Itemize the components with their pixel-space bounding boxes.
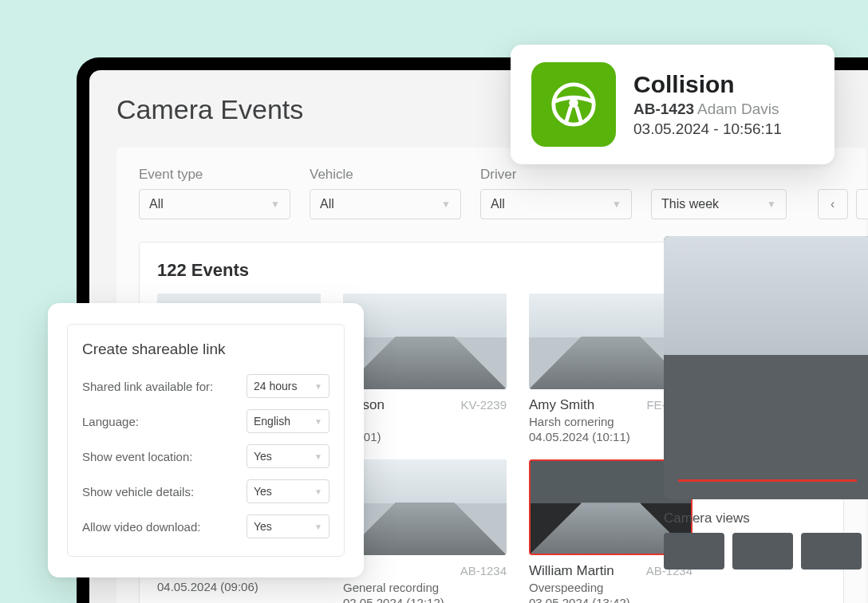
filter-bar: Event type All▼ Vehicle All▼ Driver All▼: [139, 167, 844, 219]
share-setting-label: Show vehicle details:: [82, 485, 194, 499]
chevron-down-icon: ▼: [441, 199, 451, 210]
camera-view-thumb[interactable]: [801, 533, 862, 570]
info-datetime: 03.05.2024 - 10:56:11: [633, 120, 782, 138]
share-setting-select[interactable]: Yes▼: [247, 479, 329, 503]
event-datetime: 03.05.2024 (13:42): [529, 596, 692, 603]
share-setting-label: Shared link available for:: [82, 380, 213, 393]
filter-vehicle-select[interactable]: All▼: [310, 189, 461, 219]
event-info-card: Collision AB-1423Adam Davis 03.05.2024 -…: [511, 45, 834, 164]
event-type-label: ng: [343, 415, 507, 428]
share-setting-select[interactable]: Yes▼: [247, 514, 329, 538]
event-driver-name: Amy Smith: [529, 397, 594, 413]
event-detail-video[interactable]: [664, 236, 868, 499]
chevron-down-icon: ▼: [270, 199, 280, 210]
chevron-down-icon: ▼: [612, 199, 621, 210]
event-vehicle-tag: KV-2239: [460, 398, 507, 412]
share-setting-select[interactable]: English▼: [247, 409, 329, 433]
share-setting-row: Language:English▼: [82, 409, 329, 433]
share-setting-select[interactable]: Yes▼: [247, 444, 329, 468]
event-card[interactable]: dersonKV-2239ng(14:01): [343, 294, 507, 443]
filter-event-type-label: Event type: [139, 167, 290, 183]
share-setting-row: Shared link available for:24 hours▼: [82, 374, 329, 398]
event-datetime: 04.05.2024 (09:06): [157, 580, 321, 593]
camera-views-label: Camera views: [664, 510, 868, 526]
period-next-button[interactable]: ›: [856, 189, 868, 219]
period-prev-button[interactable]: ‹: [818, 189, 848, 219]
event-datetime: 02.05.2024 (12:12): [343, 596, 507, 603]
chevron-down-icon: ▼: [314, 487, 322, 496]
event-type-label: General recording: [343, 581, 507, 594]
chevron-down-icon: ▼: [314, 522, 322, 531]
filter-driver-select[interactable]: All▼: [480, 189, 632, 219]
event-card[interactable]: isAB-1234General recording02.05.2024 (12…: [343, 459, 507, 603]
event-detail-pane: Camera views: [664, 236, 868, 570]
share-setting-row: Allow video download:Yes▼: [82, 514, 329, 538]
event-thumb[interactable]: [343, 294, 507, 389]
event-thumb[interactable]: [343, 459, 507, 555]
camera-view-thumb[interactable]: [732, 533, 793, 570]
chevron-down-icon: ▼: [314, 382, 322, 391]
chevron-down-icon: ▼: [314, 417, 322, 426]
steering-wheel-icon: [531, 62, 616, 147]
chevron-down-icon: ▼: [767, 199, 776, 210]
camera-view-thumb[interactable]: [664, 533, 724, 570]
share-setting-select[interactable]: 24 hours▼: [247, 374, 329, 398]
filter-period-select[interactable]: This week▼: [651, 189, 787, 219]
event-driver-name: William Martin: [529, 563, 614, 579]
info-vehicle-driver: AB-1423Adam Davis: [633, 100, 782, 118]
filter-driver-label: Driver: [480, 167, 632, 183]
share-setting-label: Language:: [82, 415, 139, 428]
share-link-card: Create shareable link Shared link availa…: [48, 303, 364, 577]
share-link-title: Create shareable link: [82, 341, 329, 358]
event-vehicle-tag: AB-1234: [460, 564, 507, 577]
filter-event-type-select[interactable]: All▼: [139, 189, 290, 219]
chevron-down-icon: ▼: [314, 452, 322, 461]
filter-period-label: [651, 167, 787, 183]
share-setting-row: Show vehicle details:Yes▼: [82, 479, 329, 503]
share-setting-row: Show event location:Yes▼: [82, 444, 329, 468]
filter-vehicle-label: Vehicle: [310, 167, 461, 183]
video-progress-bar[interactable]: [678, 479, 857, 482]
info-event-title: Collision: [633, 71, 782, 98]
event-datetime: (14:01): [343, 430, 507, 443]
share-setting-label: Show event location:: [82, 450, 192, 463]
event-type-label: Overspeeding: [529, 581, 692, 594]
chevron-left-icon: ‹: [831, 197, 834, 211]
share-setting-label: Allow video download:: [82, 520, 200, 534]
